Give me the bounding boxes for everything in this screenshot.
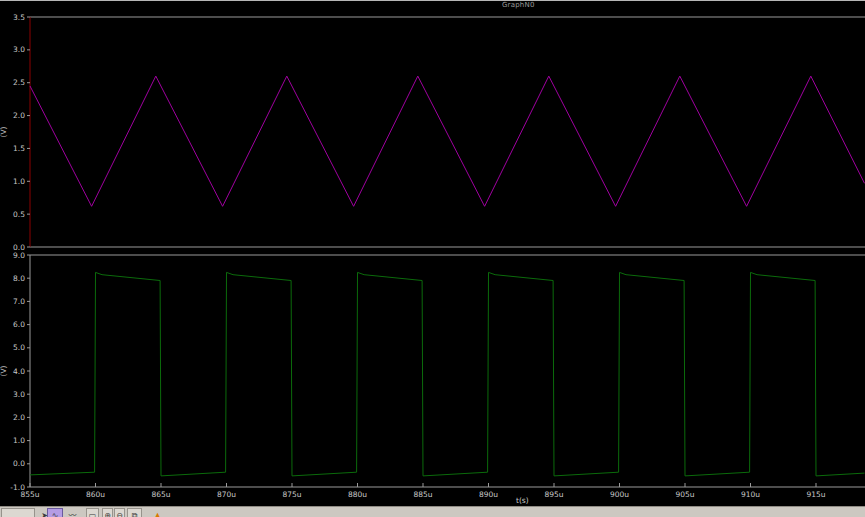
tool-label-fragment[interactable]: 〰	[65, 508, 80, 517]
x-tick-label: 915u	[806, 490, 825, 499]
y-tick-label: 1.5	[13, 144, 25, 153]
y-tick-label: 1.0	[13, 177, 25, 186]
x-tick-label: 855u	[20, 490, 39, 499]
zoom-in-icon[interactable]: ⊕	[102, 508, 113, 517]
x-tick-label: 890u	[479, 490, 498, 499]
x-tick-label: 900u	[610, 490, 629, 499]
bottom-toolbar: ➤∿〰▭⊕⊖⧉▲	[0, 506, 865, 517]
trace-dropdown-button[interactable]	[1, 508, 35, 517]
y-tick-label: 2.5	[13, 78, 25, 87]
y-tick-label: 9.0	[13, 251, 25, 260]
y-tick-label: 3.5	[13, 13, 25, 22]
waveform-tool-button[interactable]: ∿	[47, 508, 63, 517]
y-axis-label: (V)	[0, 126, 8, 137]
y-tick-label: 4.0	[13, 367, 25, 376]
y-tick-label: 7.0	[13, 297, 25, 306]
square-wave[interactable]	[30, 272, 865, 476]
panel-icon[interactable]: ▭	[86, 508, 99, 517]
x-tick-label: 860u	[86, 490, 105, 499]
windows-icon[interactable]: ⧉	[127, 508, 142, 517]
y-tick-label: 2.0	[13, 111, 25, 120]
zoom-out-icon[interactable]: ⊖	[114, 508, 125, 517]
triangle-wave[interactable]	[30, 76, 865, 206]
y-tick-label: 6.0	[13, 320, 25, 329]
y-axis-label: (V)	[0, 365, 8, 376]
x-tick-label: 865u	[151, 490, 170, 499]
x-tick-label: 895u	[544, 490, 563, 499]
probe-icon[interactable]: ▲	[152, 508, 163, 517]
x-axis-label: t(s)	[516, 496, 529, 505]
x-tick-label: 885u	[413, 490, 432, 499]
y-tick-label: 8.0	[13, 274, 25, 283]
y-tick-label: 3.0	[13, 390, 25, 399]
x-tick-label: 905u	[675, 490, 694, 499]
waveform-canvas[interactable]: 0.00.51.01.52.02.53.03.5(V)-1.00.01.02.0…	[0, 0, 865, 506]
x-tick-label: 870u	[217, 490, 236, 499]
x-tick-label: 875u	[282, 490, 301, 499]
y-tick-label: 0.5	[13, 210, 25, 219]
y-tick-label: 5.0	[13, 343, 25, 352]
y-tick-label: 0.0	[13, 459, 25, 468]
y-tick-label: 3.0	[13, 45, 25, 54]
x-tick-label: 880u	[348, 490, 367, 499]
graph-window: GraphN0 0.00.51.01.52.02.53.03.5(V)-1.00…	[0, 0, 865, 517]
y-tick-label: 2.0	[13, 413, 25, 422]
x-tick-label: 910u	[741, 490, 760, 499]
y-tick-label: 1.0	[13, 436, 25, 445]
